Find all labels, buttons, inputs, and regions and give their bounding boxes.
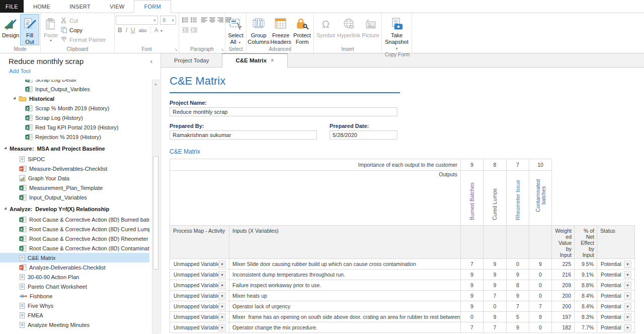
hyperlink-button[interactable]: Hyperlink [337,14,361,39]
input-variable-cell[interactable]: Inconsistent dump temperatures throughou… [229,270,461,280]
score-cell[interactable]: 7 [461,322,484,333]
score-cell[interactable]: 9 [484,312,507,322]
tree-item-five-whys[interactable]: Five Whys [0,301,149,310]
tab-file[interactable]: FILE [0,0,24,13]
collapse-sidebar-icon[interactable]: ‹ [148,57,154,65]
tree-item-graph-your-data[interactable]: Graph Your Data [0,173,149,183]
tab-home[interactable]: HOME [24,0,60,13]
input-variable-cell[interactable]: Operator change the mix procedure. [229,322,461,333]
tree-item-input-output-variables[interactable]: X Input_Output_Variables [0,192,149,202]
tree-item-root-cause-corrective-action-8d-burned-b[interactable]: X Root Cause & Corrective Action (8D) Bu… [0,215,149,224]
tree-item-measurement-plan-template[interactable]: X Measurement_Plan_Template [0,183,149,192]
score-cell[interactable]: 9 [507,322,529,333]
dialog-launcher-icon[interactable]: ↘ [220,48,224,52]
tree-item-root-cause-corrective-action-8d-rheomete[interactable]: X Root Cause & Corrective Action (8D) Rh… [0,234,149,243]
input-variable-cell[interactable]: Mixer heats up [229,291,461,301]
bold-button[interactable]: B [118,27,122,34]
tree-scrollbar[interactable]: ▲ [152,80,159,333]
scroll-up-icon[interactable]: ▲ [152,80,159,88]
score-cell[interactable]: 7 [484,291,507,301]
expand-arrow-icon[interactable] [13,97,16,99]
tree-item-improve-implement-proposed-improvements[interactable]: Improve: Implement Proposed Improvements [0,331,149,333]
chevron-down-icon[interactable]: ▼ [218,303,226,310]
tree-item-fishbone[interactable]: Fishbone [0,291,149,301]
chevron-down-icon[interactable]: ▼ [218,292,226,300]
cut-button[interactable]: Cut [60,16,106,25]
activity-dropdown[interactable]: Unmapped Variable▼ [173,281,226,290]
score-cell[interactable]: 5 [507,312,529,322]
protect-form-button[interactable]: Protect Form [292,14,312,45]
input-variable-cell[interactable]: Operator lack of urgency [229,301,461,312]
scrollbar-thumb[interactable] [153,156,158,270]
font-size-select[interactable]: 9▼ [160,16,176,25]
paste-button[interactable]: Paste ▼ [42,14,60,43]
activity-dropdown[interactable]: Unmapped Variable▼ [173,292,226,300]
activity-dropdown[interactable]: Unmapped Variable▼ [173,302,226,311]
tree-item-measure-msa-and-project-baseline[interactable]: Measure: MSA and Project Baseline [0,144,149,153]
chevron-down-icon[interactable]: ▼ [624,303,631,310]
chevron-down-icon[interactable]: ▼ [218,313,226,321]
status-dropdown[interactable]: Potential▼ [600,260,631,269]
score-cell[interactable]: 7 [529,301,552,312]
select-all-button[interactable]: Select All ▼ [226,14,245,45]
align-center-button[interactable] [209,17,215,23]
importance-value[interactable]: 7 [507,159,529,171]
output-header[interactable]: Burned Batches [461,171,484,226]
expand-arrow-icon[interactable] [4,147,7,149]
score-cell[interactable]: 0 [529,291,552,301]
tree-item-scrap-month-2019-history[interactable]: X Scrap % Month 2019 (History) [0,103,149,113]
output-header[interactable]: Rheometer Issue [507,171,529,226]
tree-item-fmea[interactable]: FMEA [0,310,149,320]
tree-item-measure-deliverables-checklist[interactable]: P Measure-Deliverables-Checklist [0,164,149,173]
tree-item-red-tag-kpi-portal-2019-history[interactable]: X Red Tag KPI Portal 2019 (History) [0,122,149,132]
symbol-button[interactable]: Ω Symbol [315,14,337,39]
score-cell[interactable]: 7 [461,259,484,270]
increase-indent-button[interactable] [191,27,197,33]
tree-item-analyze-develop-y-f-x-relationship[interactable]: Analyze: Develop Y=f(X) Relationship [0,204,149,214]
tree-item-input-output-varibles[interactable]: X Input_Output_Varibles [0,84,149,94]
score-cell[interactable]: 9 [507,291,529,301]
tree-item-historical[interactable]: Historical [0,94,149,103]
input-variable-cell[interactable]: Mixer frame has an opening on south side… [229,312,461,322]
score-cell[interactable]: 9 [484,270,507,280]
close-tab-icon[interactable]: × [271,57,274,64]
tab-form[interactable]: FORM [134,0,171,13]
dialog-launcher-icon[interactable]: ↘ [174,48,178,52]
design-button[interactable]: Design [1,14,20,39]
add-tool-link[interactable]: Add Tool [0,66,160,76]
tree-item-30-60-90-action-plan[interactable]: 30-60-90 Action Plan [0,272,149,282]
status-dropdown[interactable]: Potential▼ [600,313,631,321]
tree-item-scrap-log-detail[interactable]: X Scrap Log Detail [0,80,149,84]
score-cell[interactable]: 9 [461,280,484,291]
align-right-button[interactable] [217,17,223,23]
score-cell[interactable]: 8 [507,280,529,291]
score-cell[interactable]: 9 [529,259,552,270]
numbered-list-button[interactable] [191,17,197,23]
fill-out-button[interactable]: Fill Out [20,14,39,45]
output-header[interactable]: Contaminated batches [529,171,552,226]
expand-arrow-icon[interactable] [4,207,7,210]
activity-dropdown[interactable]: Unmapped Variable▼ [173,260,226,269]
strikethrough-button[interactable]: abc [139,28,147,33]
take-snapshot-button[interactable]: Take Snapshot ▼ [383,14,411,52]
score-cell[interactable]: 0 [507,259,529,270]
tab-insert[interactable]: INSERT [60,0,100,13]
score-cell[interactable]: 0 [529,280,552,291]
tree-item-analyze-meeting-minutes[interactable]: Analyze Meeting Minutes [0,320,149,329]
tree-item-c-e-matrix[interactable]: C&E Matrix [0,253,149,262]
score-cell[interactable]: 7 [484,322,507,333]
chevron-down-icon[interactable]: ▼ [218,282,226,289]
chevron-down-icon[interactable]: ▼ [624,271,631,279]
status-dropdown[interactable]: Potential▼ [600,271,631,279]
freeze-headers-button[interactable]: Freeze Headers [270,14,292,45]
score-cell[interactable]: 9 [484,259,507,270]
font-name-select[interactable]: ▼ [116,16,158,25]
score-cell[interactable]: 9 [529,312,552,322]
activity-dropdown[interactable]: Unmapped Variable▼ [173,271,226,279]
tree-item-root-cause-corrective-action-8d-contamin[interactable]: X Root Cause & Corrective Action (8D) Co… [0,243,149,253]
chevron-down-icon[interactable]: ▼ [624,324,631,331]
tab-view[interactable]: VIEW [100,0,134,13]
chevron-down-icon[interactable]: ▼ [624,292,631,300]
chevron-down-icon[interactable]: ▼ [624,282,631,289]
tab-project-today[interactable]: Project Today [161,53,222,67]
